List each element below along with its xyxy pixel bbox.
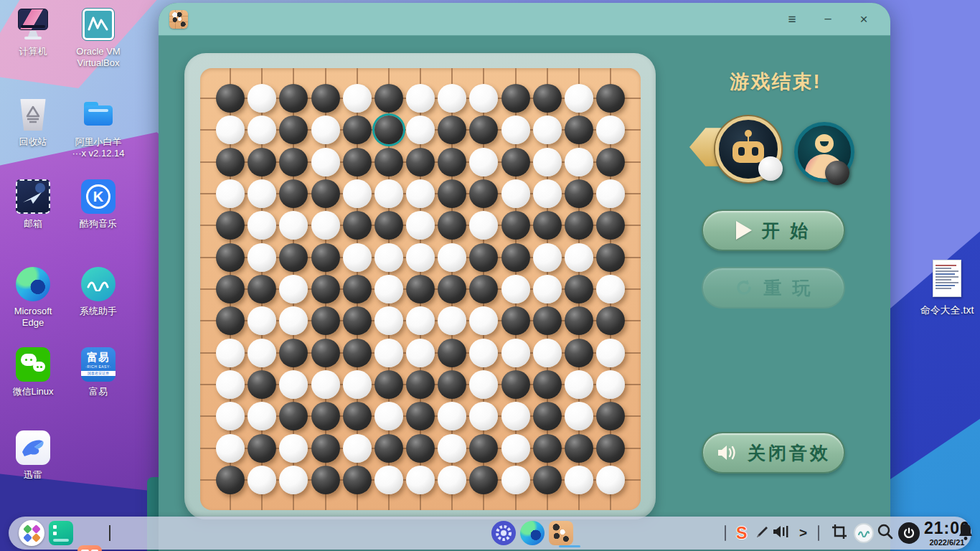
desktop-icon-virtualbox[interactable]: Oracle VM VirtualBox — [65, 7, 131, 69]
stone-black — [279, 339, 308, 367]
stone-white — [248, 466, 276, 494]
stone-black — [279, 243, 308, 272]
system-assistant-icon — [81, 267, 116, 301]
stone-black — [343, 148, 372, 176]
stone-black — [565, 211, 593, 240]
stone-white — [406, 243, 435, 272]
sogou-input-icon[interactable]: S — [736, 524, 747, 543]
stone-white — [469, 306, 498, 335]
gomoku-app-button[interactable] — [549, 521, 573, 545]
stone-white — [343, 179, 372, 208]
stone-black — [216, 84, 245, 113]
stone-black — [469, 434, 498, 463]
stone-black — [469, 179, 498, 208]
stone-white — [501, 116, 530, 144]
stone-black — [216, 211, 245, 240]
stone-white — [501, 466, 530, 494]
search-icon[interactable] — [877, 523, 894, 543]
xunlei-icon — [16, 430, 50, 465]
stone-white — [596, 466, 625, 494]
stone-black — [343, 402, 372, 430]
stone-black — [533, 211, 562, 240]
stone-black — [279, 402, 308, 430]
stone-black — [279, 179, 308, 208]
sound-toggle-button[interactable]: 关闭音效 — [702, 432, 845, 474]
stone-black — [374, 370, 403, 399]
stone-black — [501, 211, 530, 240]
stone-black — [216, 466, 245, 494]
stone-black — [374, 211, 403, 240]
folder-icon — [81, 98, 116, 132]
system-monitor-tray-icon[interactable] — [854, 523, 874, 543]
stone-black — [406, 434, 435, 463]
stone-white — [216, 339, 245, 367]
desktop-icon-aliyun-drive[interactable]: 阿里小白羊 ···x v2.12.14 — [65, 98, 131, 159]
mail-icon — [16, 179, 50, 214]
gomoku-window: ≡ − × 游戏结束! 开 始 — [159, 3, 890, 551]
stone-black — [438, 211, 466, 240]
close-button[interactable]: × — [846, 11, 882, 27]
desktop-icon-fuyi[interactable]: 富易 ·RICH EASY· 国泰君安证券 富易 — [65, 347, 131, 397]
stone-white — [469, 84, 498, 113]
desktop-icon-recycle-bin[interactable]: 回收站 — [0, 98, 66, 148]
stone-white — [374, 275, 403, 303]
volume-icon[interactable] — [772, 524, 791, 542]
stone-black — [596, 211, 625, 240]
stone-white — [374, 243, 403, 272]
menu-button[interactable]: ≡ — [774, 11, 810, 27]
stone-black — [596, 84, 625, 113]
stone-black — [311, 243, 340, 272]
taskbar-separator — [818, 525, 819, 541]
stone-white — [406, 84, 435, 113]
desktop-icon-label: 富易 — [89, 386, 108, 397]
stone-white — [374, 466, 403, 494]
stone-black — [438, 370, 466, 399]
taskbar[interactable]: >_ S > — [9, 517, 971, 550]
desktop-icon-edge[interactable]: Microsoft Edge — [0, 267, 66, 329]
stone-black — [469, 243, 498, 272]
control-center-button[interactable] — [491, 521, 516, 545]
stone-white — [406, 466, 435, 494]
edge-browser-button[interactable] — [520, 521, 545, 545]
stone-white — [469, 211, 498, 240]
launcher-button[interactable] — [19, 520, 44, 546]
power-button[interactable] — [898, 522, 920, 544]
notification-bell-icon[interactable] — [957, 522, 974, 544]
app-icon-gomoku — [169, 10, 188, 29]
app-grid-button[interactable] — [77, 545, 102, 551]
replay-button[interactable]: 重 玩 — [702, 267, 845, 309]
desktop-screen: 计算机 Oracle VM VirtualBox 回收站 阿里小白羊 ···x … — [0, 0, 980, 551]
screenshot-icon[interactable] — [831, 523, 848, 543]
stone-white — [279, 275, 308, 303]
robot-icon — [745, 130, 752, 137]
stone-white — [533, 179, 562, 208]
stone-black — [343, 306, 372, 335]
fuyi-icon: 富易 ·RICH EASY· 国泰君安证券 — [81, 347, 116, 382]
desktop-icon-txt-file[interactable]: 命令大全.txt — [914, 260, 980, 316]
stone-black — [565, 116, 593, 144]
stone-white — [216, 116, 245, 144]
expand-tray-chevron[interactable]: > — [799, 525, 807, 541]
desktop-icon-computer[interactable]: 计算机 — [0, 7, 66, 57]
desktop-icon-mail[interactable]: 邮箱 — [0, 179, 66, 230]
stone-white — [438, 466, 466, 494]
stone-black — [533, 402, 562, 430]
desktop-icon-kugou[interactable]: K 酷狗音乐 — [65, 179, 131, 230]
stone-white — [596, 275, 625, 303]
multitask-view-button[interactable] — [49, 521, 73, 545]
desktop-icon-xunlei[interactable]: 迅雷 — [0, 430, 66, 481]
desktop-icon-system-assistant[interactable]: 系统助手 — [65, 267, 131, 317]
stone-white — [279, 211, 308, 240]
pen-tool-icon[interactable] — [755, 524, 771, 542]
stone-white — [216, 370, 245, 399]
window-titlebar[interactable]: ≡ − × — [159, 3, 890, 36]
stone-white — [533, 116, 562, 144]
stone-black — [438, 148, 466, 176]
start-button[interactable]: 开 始 — [702, 209, 845, 251]
minimize-button[interactable]: − — [810, 11, 846, 27]
robot-stone-white — [758, 156, 783, 181]
gomoku-board[interactable] — [200, 68, 641, 510]
desktop-icon-wechat[interactable]: 微信Linux — [0, 347, 66, 397]
stone-black — [216, 148, 245, 176]
stone-white — [438, 434, 466, 463]
